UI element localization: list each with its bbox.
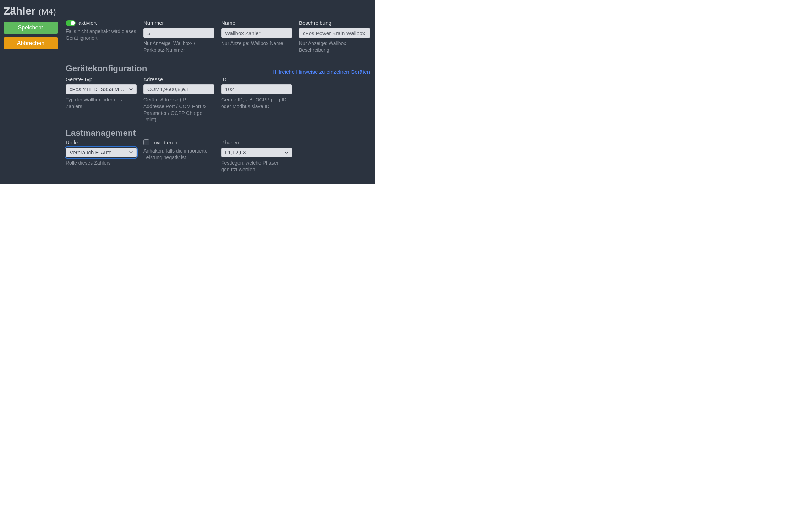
role-help: Rolle dieses Zählers bbox=[66, 160, 137, 166]
name-help: Nur Anzeige: Wallbox Name bbox=[221, 40, 292, 47]
cancel-button[interactable]: Abbrechen bbox=[4, 37, 58, 49]
address-help: Geräte-Adresse (IP Addresse:Port / COM P… bbox=[143, 96, 214, 123]
enabled-help: Falls nicht angehakt wird dieses Gerät i… bbox=[66, 28, 137, 41]
device-type-label: Geräte-Typ bbox=[66, 76, 137, 82]
device-type-select[interactable]: cFos YTL DTS353 Modbus bbox=[66, 84, 137, 94]
page-title-main: Zähler bbox=[4, 5, 35, 17]
device-type-help: Typ der Wallbox oder des Zählers bbox=[66, 96, 137, 110]
number-label: Nummer bbox=[143, 20, 214, 26]
role-value: Verbrauch E-Auto bbox=[66, 148, 137, 157]
device-id-input[interactable] bbox=[221, 84, 292, 94]
address-label: Adresse bbox=[143, 76, 214, 82]
address-input[interactable] bbox=[143, 84, 214, 94]
device-config-heading: Gerätekonfiguration bbox=[66, 63, 147, 73]
name-label: Name bbox=[221, 20, 292, 26]
phases-select[interactable]: L1,L2,L3 bbox=[221, 148, 292, 157]
role-label: Rolle bbox=[66, 139, 137, 145]
name-input[interactable] bbox=[221, 28, 292, 38]
phases-help: Festlegen, welche Phasen genutzt werden bbox=[221, 160, 292, 173]
number-input[interactable] bbox=[143, 28, 214, 38]
page-title: Zähler (M4) bbox=[4, 5, 59, 17]
description-input[interactable] bbox=[299, 28, 370, 38]
description-help: Nur Anzeige: Wallbox Beschreibung bbox=[299, 40, 370, 54]
invert-help: Anhaken, falls die importierte Leistung … bbox=[143, 148, 214, 161]
invert-label: Invertieren bbox=[152, 139, 177, 145]
number-help: Nur Anzeige: Wallbox- / Parkplatz-Nummer bbox=[143, 40, 214, 54]
phases-label: Phasen bbox=[221, 139, 292, 145]
role-select[interactable]: Verbrauch E-Auto bbox=[66, 148, 137, 157]
device-type-value: cFos YTL DTS353 Modbus bbox=[66, 84, 137, 94]
device-id-label: ID bbox=[221, 76, 292, 82]
phases-value: L1,L2,L3 bbox=[221, 148, 292, 157]
device-hints-link[interactable]: Hilfreiche Hinweise zu einzelnen Geräten bbox=[273, 69, 370, 75]
enabled-toggle[interactable] bbox=[66, 20, 76, 26]
device-id-help: Geräte ID, z.B. OCPP plug ID oder Modbus… bbox=[221, 96, 292, 110]
save-button[interactable]: Speichern bbox=[4, 22, 58, 34]
load-mgmt-heading: Lastmanagement bbox=[66, 128, 370, 138]
invert-checkbox[interactable] bbox=[143, 139, 149, 145]
enabled-label: aktiviert bbox=[78, 20, 97, 26]
description-label: Beschreibung bbox=[299, 20, 370, 26]
page-title-tag: (M4) bbox=[38, 7, 56, 16]
